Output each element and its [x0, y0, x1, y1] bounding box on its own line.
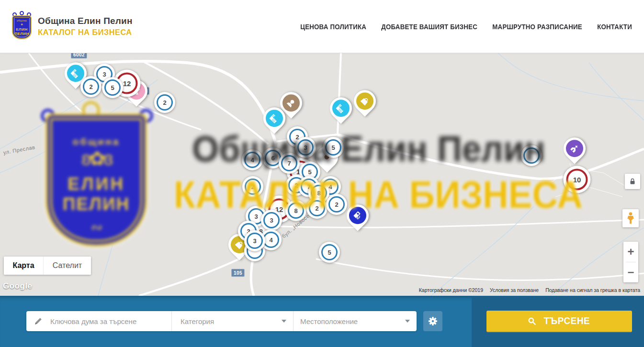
gear-icon	[427, 315, 439, 327]
nav-item-contacts[interactable]: КОНТАКТИ	[597, 23, 632, 31]
road-badge: 105	[231, 269, 245, 277]
settings-gear-button[interactable]	[423, 311, 442, 331]
map-marker-poi[interactable]	[354, 90, 376, 112]
cluster-ring: 8	[288, 202, 304, 219]
cluster-count: 3	[304, 144, 307, 151]
cluster-count: 3	[253, 237, 256, 245]
cluster-count: 8	[294, 207, 297, 214]
map-marker-cluster[interactable]: 2	[242, 176, 263, 197]
site-title: Община Елин Пелин	[38, 16, 135, 26]
search-fields-panel: Категория Местоположение	[26, 311, 417, 331]
street-view-pegman-button[interactable]	[622, 209, 639, 227]
map-canvas[interactable]: 6002 105 ул. Преслав бул. „Новосел 12325…	[0, 53, 644, 296]
attribution-report-link[interactable]: Подаване на сигнал за грешка в картата	[545, 287, 640, 293]
search-bar: Категория Местоположение ТЪРСЕНЕ	[0, 296, 644, 347]
cluster-count: 4	[269, 236, 272, 244]
cluster-count: 2	[315, 205, 318, 212]
cluster-count: 7	[287, 160, 291, 167]
cluster-count: 5	[111, 84, 114, 91]
map-marker-cluster[interactable]: 3	[261, 210, 282, 231]
nav-item-route-schedule[interactable]: МАРШРУТНО РАЗПИСАНИЕ	[492, 23, 582, 31]
poi-circle	[353, 89, 377, 113]
poi-circle	[346, 203, 370, 228]
cluster-ring: 5	[321, 244, 338, 260]
search-icon	[527, 316, 537, 326]
map-marker-cluster[interactable]: 2	[80, 76, 102, 97]
map-marker-poi[interactable]	[347, 204, 369, 226]
map-marker-cluster[interactable]: 7	[279, 153, 300, 174]
poi-circle	[563, 136, 587, 161]
cluster-count: 2	[294, 182, 298, 189]
zoom-control: + −	[623, 242, 638, 282]
factory-icon	[334, 101, 348, 115]
logo-text-obshtina: община	[13, 19, 31, 22]
zoom-in-button[interactable]: +	[623, 242, 638, 262]
pencil-icon	[34, 317, 43, 325]
map-marker-cluster[interactable]: 8	[285, 200, 306, 221]
map-marker-poi[interactable]	[263, 107, 285, 129]
cluster-count: 2	[251, 183, 254, 190]
map-marker-cluster[interactable]: 5	[319, 242, 340, 263]
cluster-count: 8	[317, 190, 320, 197]
cluster-count: 4	[250, 157, 254, 164]
search-submit-button[interactable]: ТЪРСЕНЕ	[486, 311, 632, 332]
lock-control-button[interactable]	[625, 174, 640, 189]
factory-icon	[69, 67, 82, 80]
site-brand[interactable]: община ✦ ЕЛИН ПЕЛИН Община Елин Пелин КА…	[11, 12, 135, 40]
cluster-count: 5	[308, 168, 311, 176]
cluster-count: 3	[270, 217, 273, 224]
map-type-control: Карта Сателит	[4, 257, 91, 275]
map-marker-cluster[interactable]	[521, 145, 542, 166]
chevron-down-icon	[282, 320, 286, 323]
attribution-terms-link[interactable]: Условия за ползване	[490, 287, 539, 293]
map-marker-cluster[interactable]: 2	[326, 194, 347, 215]
cluster-count: 2	[335, 201, 338, 208]
cluster-count: 6	[271, 155, 274, 162]
logo-ornament: ✦	[13, 22, 31, 27]
search-submit-label: ТЪРСЕНЕ	[544, 315, 590, 326]
cluster-count: 2	[89, 83, 92, 90]
map-marker-poi[interactable]	[330, 97, 352, 119]
category-select[interactable]: Категория	[171, 311, 293, 331]
municipality-logo: община ✦ ЕЛИН ПЕЛИН	[11, 12, 33, 40]
logo-text-pelin: ПЕЛИН	[13, 32, 31, 36]
map-marker-cluster[interactable]: 2	[154, 92, 175, 113]
map-marker-cluster[interactable]: 5	[323, 137, 344, 158]
zoom-out-button[interactable]: −	[623, 262, 638, 282]
map-marker-cluster[interactable]: 3	[295, 137, 316, 158]
cluster-ring: 3	[297, 139, 314, 156]
logo-text-elin: ЕЛИН	[13, 27, 31, 32]
map-marker-cluster[interactable]: 4	[242, 149, 263, 170]
map-marker-cluster[interactable]: 3	[244, 230, 265, 251]
nav-item-add-business[interactable]: ДОБАВЕТЕ ВАШИЯТ БИЗНЕС	[381, 23, 477, 31]
poi-circle	[262, 106, 287, 131]
map-marker-cluster[interactable]: 2	[306, 198, 328, 219]
category-select-value: Категория	[181, 317, 282, 325]
cluster-count: 2	[163, 99, 166, 106]
cluster-ring	[523, 147, 540, 164]
map-marker-cluster[interactable]: 10	[564, 166, 591, 193]
cluster-ring: 5	[325, 139, 341, 156]
poi-circle	[329, 96, 353, 121]
map-marker-poi[interactable]	[564, 137, 586, 159]
google-logo-link[interactable]: Google	[3, 281, 33, 291]
nav-item-pricing[interactable]: ЦЕНОВА ПОЛИТИКА	[300, 23, 366, 31]
worker-icon	[284, 96, 298, 110]
cluster-count: 3	[102, 71, 106, 78]
cluster-count: 12	[123, 79, 131, 88]
cluster-count: 3	[254, 213, 258, 220]
map-type-satellite-button[interactable]: Сателит	[43, 257, 91, 275]
church-icon	[568, 142, 581, 155]
location-select[interactable]: Местоположение	[293, 311, 417, 331]
map-marker-cluster[interactable]: 5	[102, 77, 123, 98]
map-type-map-button[interactable]: Карта	[4, 257, 43, 275]
fuel-icon	[351, 209, 364, 222]
cluster-ring: 3	[247, 233, 263, 249]
cluster-ring: 2	[83, 78, 99, 95]
cluster-count: 5	[331, 144, 335, 151]
cluster-ring: 2	[309, 200, 325, 216]
logo-shield: община ✦ ЕЛИН ПЕЛИН	[12, 15, 32, 39]
keyword-search-input[interactable]	[49, 317, 169, 326]
cluster-ring: 2	[245, 179, 261, 195]
attribution-copyright: Картографски данни ©2019	[419, 287, 483, 293]
